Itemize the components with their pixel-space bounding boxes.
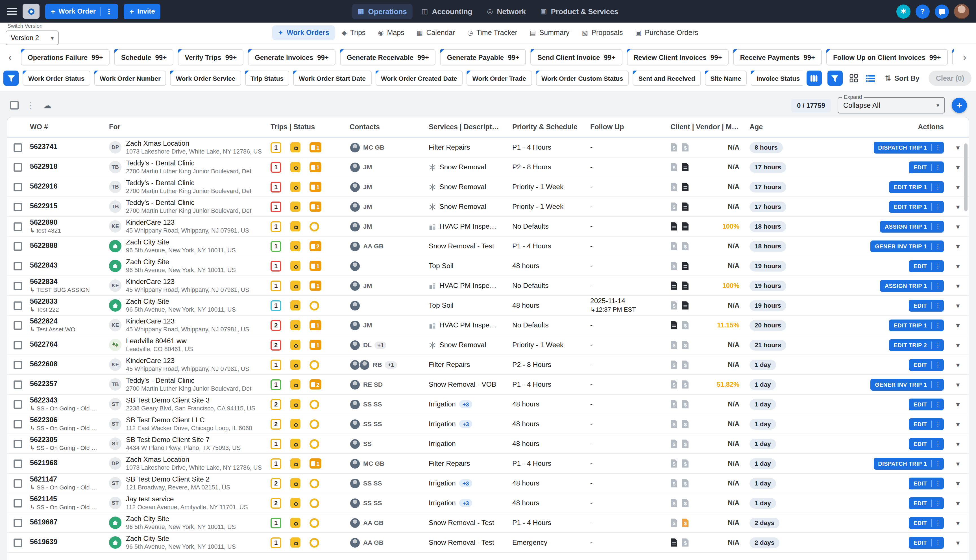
row-action-button[interactable]: EDIT ⋮ bbox=[909, 260, 944, 272]
service-overflow-badge[interactable]: +3 bbox=[459, 420, 472, 428]
invoice-count-icon[interactable]: 1 bbox=[310, 202, 321, 212]
invoice-icon[interactable]: $ bbox=[671, 459, 678, 468]
work-order-number[interactable]: 5619639 bbox=[30, 538, 57, 547]
col-header-services-descript[interactable]: Services | Descript… bbox=[426, 123, 510, 131]
contact-avatar[interactable] bbox=[350, 399, 360, 410]
work-order-number[interactable]: 5621147 bbox=[30, 475, 97, 484]
pending-clock-icon[interactable] bbox=[310, 222, 319, 231]
contact-initials[interactable]: RB bbox=[373, 361, 382, 368]
invoice-count-icon[interactable]: 1 bbox=[310, 340, 321, 350]
work-order-number[interactable]: 5622833 bbox=[30, 297, 59, 306]
contact-overflow-badge[interactable]: +1 bbox=[385, 361, 397, 368]
row-action-more-icon[interactable]: ⋮ bbox=[932, 262, 944, 270]
row-action-more-icon[interactable]: ⋮ bbox=[932, 242, 944, 250]
invoice-icon[interactable]: $ bbox=[682, 340, 689, 350]
trip-count-badge[interactable]: 1 bbox=[270, 537, 281, 548]
trip-status-icon[interactable] bbox=[290, 320, 300, 330]
trip-status-icon[interactable] bbox=[290, 162, 300, 172]
row-expand-caret[interactable]: ▾ bbox=[956, 380, 959, 389]
work-order-number[interactable]: 5622764 bbox=[30, 340, 57, 349]
invoice-icon[interactable]: $ bbox=[671, 301, 678, 310]
columns-view-button[interactable] bbox=[806, 70, 821, 86]
vendor-invoice-dark-icon[interactable] bbox=[682, 301, 689, 310]
contact-initials[interactable]: DL bbox=[363, 342, 372, 348]
invoice-icon[interactable]: $ bbox=[682, 143, 689, 152]
contact-avatar[interactable] bbox=[350, 340, 360, 350]
table-row[interactable]: 5622608 KE KinderCare 123 45 Whippany Ro… bbox=[7, 355, 969, 375]
trip-count-badge[interactable]: 1 bbox=[270, 241, 281, 252]
col-header-contacts[interactable]: Contacts bbox=[347, 123, 426, 131]
row-action-more-icon[interactable]: ⋮ bbox=[932, 203, 944, 210]
row-expand-caret[interactable]: ▾ bbox=[956, 341, 959, 349]
vendor-invoice-dark-icon[interactable] bbox=[682, 202, 689, 211]
contact-overflow-badge[interactable]: +1 bbox=[374, 341, 387, 348]
trip-count-badge[interactable]: 1 bbox=[270, 300, 281, 311]
contact-avatar[interactable] bbox=[350, 517, 360, 528]
contact-avatar[interactable] bbox=[350, 478, 360, 488]
row-expand-caret[interactable]: ▾ bbox=[956, 202, 959, 211]
trip-count-badge[interactable]: 1 bbox=[270, 182, 281, 192]
trip-count-badge[interactable]: 1 bbox=[270, 359, 281, 370]
row-checkbox[interactable] bbox=[13, 420, 22, 428]
trip-status-icon[interactable] bbox=[290, 438, 300, 449]
contact-avatar[interactable] bbox=[350, 280, 360, 291]
invoice-icon[interactable]: $ bbox=[682, 321, 689, 330]
trip-status-icon[interactable] bbox=[290, 518, 300, 528]
table-row[interactable]: 5622833↳ Test 222 Zach City Site 96 5th … bbox=[7, 296, 969, 315]
row-checkbox[interactable] bbox=[13, 321, 22, 329]
contact-avatar[interactable] bbox=[350, 260, 360, 271]
filter-funnel-button[interactable] bbox=[3, 70, 18, 86]
table-row[interactable]: 5622824↳ Test Asset WO KE KinderCare 123… bbox=[7, 315, 969, 335]
contact-initials[interactable]: SS SS bbox=[363, 500, 382, 507]
trip-status-icon[interactable] bbox=[290, 142, 300, 152]
row-expand-caret[interactable]: ▾ bbox=[956, 518, 959, 527]
row-action-more-icon[interactable]: ⋮ bbox=[932, 420, 944, 428]
row-expand-caret[interactable]: ▾ bbox=[956, 538, 959, 547]
trip-status-icon[interactable] bbox=[290, 419, 300, 429]
contact-initials[interactable]: SS SS bbox=[363, 420, 382, 427]
work-order-number[interactable]: 5623741 bbox=[30, 143, 57, 152]
row-action-more-icon[interactable]: ⋮ bbox=[932, 480, 944, 487]
col-header-wo[interactable]: WO # bbox=[28, 123, 107, 131]
trip-count-badge[interactable]: 1 bbox=[270, 162, 281, 172]
work-order-number[interactable]: 5622915 bbox=[30, 202, 57, 211]
trip-count-badge[interactable]: 1 bbox=[270, 201, 281, 212]
trip-status-icon[interactable] bbox=[290, 399, 300, 409]
pipeline-chip-operations-failure[interactable]: Operations Failure 99+ bbox=[21, 49, 110, 65]
pipeline-chip-pay-vendor[interactable]: Pay Vendor 99+ bbox=[952, 49, 954, 65]
pending-clock-icon[interactable] bbox=[310, 399, 319, 409]
filter-chip-invoice-status[interactable]: Invoice Status bbox=[751, 70, 802, 86]
invoice-icon[interactable]: $ bbox=[671, 182, 678, 192]
row-action-button[interactable]: DISPATCH TRIP 1 ⋮ bbox=[874, 142, 944, 153]
row-action-more-icon[interactable]: ⋮ bbox=[932, 440, 944, 447]
contact-initials[interactable]: JM bbox=[363, 164, 372, 170]
row-action-more-icon[interactable]: ⋮ bbox=[932, 341, 944, 348]
table-row[interactable]: 5622888 Zach City Site 96 5th Avenue, Ne… bbox=[7, 237, 969, 256]
row-action-button[interactable]: DISPATCH TRIP 1 ⋮ bbox=[874, 458, 944, 469]
row-expand-caret[interactable]: ▾ bbox=[956, 479, 959, 487]
pipeline-chip-generate-payable[interactable]: Generate Payable 99+ bbox=[440, 49, 526, 65]
row-checkbox[interactable] bbox=[13, 301, 22, 310]
trip-count-badge[interactable]: 1 bbox=[270, 260, 281, 271]
row-checkbox[interactable] bbox=[13, 400, 22, 408]
bulk-more-icon[interactable]: ⋮ bbox=[27, 100, 35, 110]
contact-avatar[interactable] bbox=[350, 221, 360, 232]
row-expand-caret[interactable]: ▾ bbox=[956, 400, 959, 408]
contact-initials[interactable]: RE SD bbox=[363, 381, 383, 388]
pipeline-chip-follow-up-on-client-invoices[interactable]: Follow Up on Client Invoices 99+ bbox=[826, 49, 948, 65]
contact-initials[interactable]: AA GB bbox=[363, 539, 384, 546]
trip-count-badge[interactable]: 1 bbox=[270, 221, 281, 232]
app-logo[interactable] bbox=[23, 4, 40, 18]
invoice-count-icon[interactable]: 1 bbox=[310, 458, 321, 468]
trip-status-icon[interactable] bbox=[290, 300, 300, 310]
work-order-number[interactable]: 5622916 bbox=[30, 182, 57, 191]
trip-count-badge[interactable]: 2 bbox=[270, 340, 281, 350]
row-checkbox[interactable] bbox=[13, 262, 22, 270]
table-row[interactable]: 5622764 Leadville 80461 ww Leadville, CO… bbox=[7, 335, 969, 355]
work-order-more-icon[interactable]: ⋮ bbox=[105, 7, 113, 15]
subnav-calendar[interactable]: ▦ Calendar bbox=[411, 25, 460, 40]
nav-product-services[interactable]: ▣ Product & Services bbox=[535, 4, 624, 19]
invoice-icon[interactable]: $ bbox=[671, 143, 678, 152]
invoice-warning-icon[interactable]: $ bbox=[682, 518, 689, 527]
row-action-button[interactable]: ASSIGN TRIP 1 ⋮ bbox=[880, 220, 944, 232]
